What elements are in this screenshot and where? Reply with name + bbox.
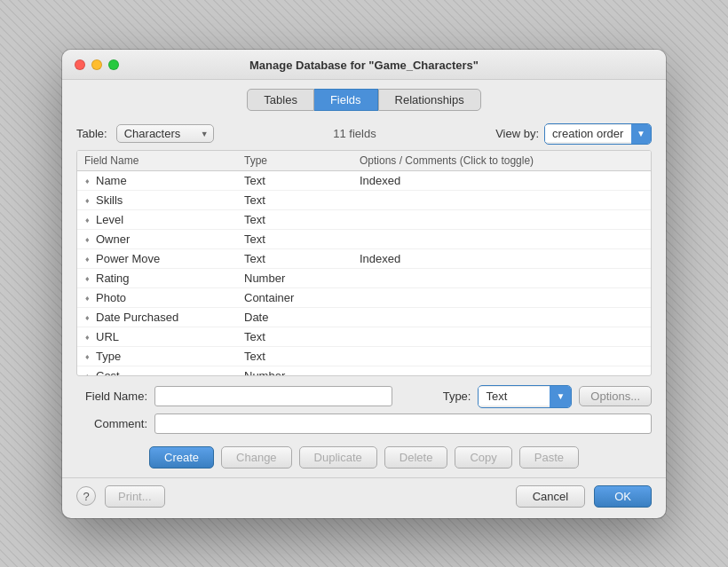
table-label: Table: xyxy=(76,127,107,140)
row-drag-icon: ⬧ xyxy=(84,194,91,205)
cancel-button[interactable]: Cancel xyxy=(516,485,585,508)
row-drag-icon: ⬧ xyxy=(84,233,91,244)
row-drag-icon: ⬧ xyxy=(84,253,91,264)
row-field-name: ⬧ Power Move xyxy=(84,252,244,265)
viewby-select-wrapper: creation order ▼ xyxy=(544,123,652,145)
field-count: 11 fields xyxy=(223,127,487,140)
viewby-row: View by: creation order ▼ xyxy=(495,123,652,145)
row-field-type: Text xyxy=(244,330,360,343)
table-row[interactable]: ⬧ Cost Number xyxy=(77,366,651,375)
field-name-row: Field Name: Type: Text Number Date Conta… xyxy=(76,385,652,408)
row-drag-icon: ⬧ xyxy=(84,214,91,224)
main-window: Manage Database for "Game_Characters" Ta… xyxy=(62,50,666,518)
type-select[interactable]: Text Number Date Container xyxy=(479,387,550,406)
table-row[interactable]: ⬧ Photo Container xyxy=(77,288,651,308)
row-field-type: Date xyxy=(244,311,360,324)
row-field-name: ⬧ Level xyxy=(84,213,244,226)
row-field-name: ⬧ Cost xyxy=(84,369,244,375)
tab-relationships[interactable]: Relationships xyxy=(378,89,481,111)
duplicate-button[interactable]: Duplicate xyxy=(299,446,377,469)
row-drag-icon: ⬧ xyxy=(84,292,91,303)
type-select-arrow-icon[interactable]: ▼ xyxy=(550,386,571,407)
row-field-name: ⬧ Type xyxy=(84,350,244,363)
row-drag-icon: ⬧ xyxy=(84,175,91,185)
table-row[interactable]: ⬧ Skills Text xyxy=(77,191,651,210)
table-row[interactable]: ⬧ Power Move Text Indexed xyxy=(77,249,651,269)
table-row[interactable]: ⬧ URL Text xyxy=(77,327,651,347)
maximize-button[interactable] xyxy=(108,59,119,70)
header-type: Type xyxy=(244,154,360,167)
row-field-name: ⬧ URL xyxy=(84,330,244,343)
copy-button[interactable]: Copy xyxy=(455,446,511,469)
row-field-name: ⬧ Skills xyxy=(84,193,244,207)
toolbar-row: Table: Characters 11 fields View by: cre… xyxy=(62,118,666,150)
row-field-name: ⬧ Rating xyxy=(84,272,244,285)
table-select-wrapper: Characters xyxy=(116,124,214,143)
row-field-type: Number xyxy=(244,272,360,285)
options-button[interactable]: Options... xyxy=(579,386,652,406)
create-button[interactable]: Create xyxy=(149,446,214,469)
window-title: Manage Database for "Game_Characters" xyxy=(76,59,652,72)
table-row[interactable]: ⬧ Owner Text xyxy=(77,230,651,249)
tab-fields[interactable]: Fields xyxy=(314,89,378,111)
form-section: Field Name: Type: Text Number Date Conta… xyxy=(62,376,666,439)
comment-input[interactable] xyxy=(154,413,652,434)
row-field-type: Container xyxy=(244,291,360,304)
viewby-select-arrow-icon[interactable]: ▼ xyxy=(631,124,651,144)
row-field-type: Text xyxy=(244,193,360,207)
delete-button[interactable]: Delete xyxy=(384,446,448,469)
bottom-row: ? Print... Cancel OK xyxy=(62,477,666,518)
row-field-type: Text xyxy=(244,232,360,246)
titlebar: Manage Database for "Game_Characters" xyxy=(62,50,666,80)
row-field-type: Text xyxy=(244,252,360,265)
change-button[interactable]: Change xyxy=(221,446,292,469)
table-select[interactable]: Characters xyxy=(116,124,214,143)
row-drag-icon: ⬧ xyxy=(84,272,91,283)
print-button[interactable]: Print... xyxy=(105,485,165,508)
viewby-label: View by: xyxy=(495,127,539,140)
tabs-row: Tables Fields Relationships xyxy=(62,80,666,118)
table-row[interactable]: ⬧ Rating Number xyxy=(77,269,651,288)
table-row[interactable]: ⬧ Date Purchased Date xyxy=(77,308,651,327)
bottom-right: Cancel OK xyxy=(516,485,652,508)
row-field-options: Indexed xyxy=(360,174,644,187)
viewby-select[interactable]: creation order xyxy=(545,125,631,142)
comment-row: Comment: xyxy=(76,413,652,434)
fields-table: Field Name Type Options / Comments (Clic… xyxy=(76,150,652,376)
close-button[interactable] xyxy=(75,59,85,70)
row-drag-icon: ⬧ xyxy=(84,331,91,342)
table-row[interactable]: ⬧ Type Text xyxy=(77,347,651,366)
header-field-name: Field Name xyxy=(84,154,244,167)
field-name-label: Field Name: xyxy=(76,390,147,403)
row-drag-icon: ⬧ xyxy=(84,370,91,375)
help-button[interactable]: ? xyxy=(76,486,96,506)
row-field-name: ⬧ Date Purchased xyxy=(84,311,244,324)
tab-tables[interactable]: Tables xyxy=(247,89,314,111)
row-field-type: Text xyxy=(244,350,360,363)
row-field-name: ⬧ Name xyxy=(84,174,244,187)
row-drag-icon: ⬧ xyxy=(84,311,91,322)
header-options: Options / Comments (Click to toggle) xyxy=(360,154,644,167)
type-select-wrapper: Text Number Date Container ▼ xyxy=(478,385,572,408)
comment-label: Comment: xyxy=(76,417,147,430)
table-body: ⬧ Name Text Indexed ⬧ Skills Text ⬧ Leve… xyxy=(77,171,651,375)
table-row[interactable]: ⬧ Level Text xyxy=(77,210,651,230)
table-header: Field Name Type Options / Comments (Clic… xyxy=(77,151,651,171)
row-field-type: Number xyxy=(244,369,360,375)
action-buttons-row: Create Change Duplicate Delete Copy Past… xyxy=(62,439,666,477)
minimize-button[interactable] xyxy=(91,59,102,70)
row-drag-icon: ⬧ xyxy=(84,350,91,361)
row-field-name: ⬧ Photo xyxy=(84,291,244,304)
row-field-options: Indexed xyxy=(360,252,644,265)
row-field-type: Text xyxy=(244,213,360,226)
row-field-type: Text xyxy=(244,174,360,187)
traffic-lights xyxy=(75,59,119,70)
paste-button[interactable]: Paste xyxy=(519,446,579,469)
field-name-input[interactable] xyxy=(154,386,392,406)
table-row[interactable]: ⬧ Name Text Indexed xyxy=(77,171,651,191)
type-label: Type: xyxy=(400,390,471,403)
ok-button[interactable]: OK xyxy=(594,485,652,508)
row-field-name: ⬧ Owner xyxy=(84,232,244,246)
